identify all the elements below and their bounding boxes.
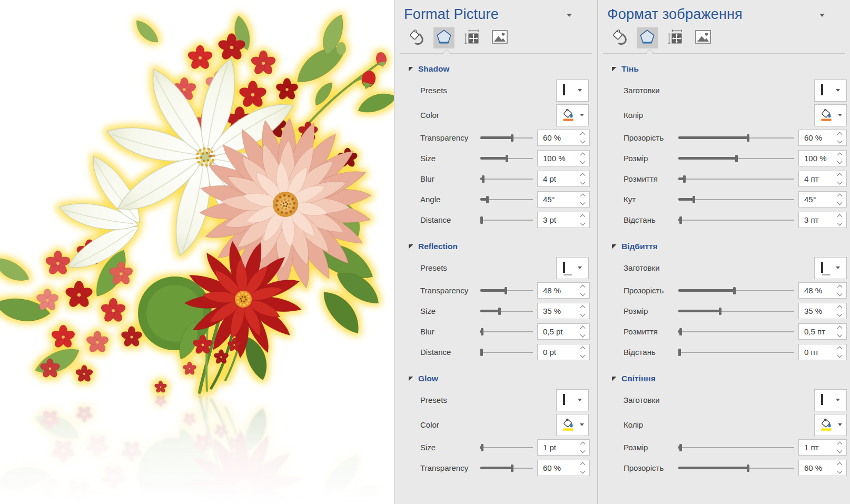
- spin-down-icon[interactable]: [580, 469, 586, 474]
- slider[interactable]: [480, 348, 533, 357]
- slider[interactable]: [678, 134, 794, 142]
- slider[interactable]: [480, 134, 533, 142]
- spin-down-icon[interactable]: [837, 469, 843, 474]
- spin-field[interactable]: 0 pt: [537, 344, 590, 360]
- slider[interactable]: [678, 216, 794, 224]
- spin-down-icon[interactable]: [837, 448, 843, 453]
- spin-up-icon[interactable]: [580, 442, 586, 447]
- slider-thumb[interactable]: [511, 134, 513, 142]
- presets-button[interactable]: [814, 80, 847, 102]
- tab-effects[interactable]: [433, 27, 454, 48]
- spin-up-icon[interactable]: [580, 326, 586, 331]
- presets-button[interactable]: [556, 389, 589, 411]
- spin-field[interactable]: 60 %: [798, 130, 847, 146]
- slider-thumb[interactable]: [481, 328, 483, 335]
- presets-button[interactable]: [814, 389, 847, 411]
- spin-up-icon[interactable]: [580, 285, 586, 290]
- slider[interactable]: [678, 443, 794, 452]
- slider[interactable]: [480, 154, 533, 163]
- slider[interactable]: [678, 328, 794, 336]
- spin-up-icon[interactable]: [580, 173, 586, 179]
- spin-up-icon[interactable]: [580, 347, 586, 352]
- spin-down-icon[interactable]: [837, 200, 843, 205]
- spin-down-icon[interactable]: [837, 139, 843, 144]
- spin-field[interactable]: 35 %: [537, 303, 590, 319]
- slider-thumb[interactable]: [506, 155, 508, 162]
- spin-up-icon[interactable]: [837, 153, 843, 158]
- tab-layout-properties[interactable]: [665, 27, 686, 48]
- tab-picture[interactable]: [489, 27, 510, 48]
- color-button[interactable]: [814, 104, 847, 126]
- slider[interactable]: [678, 464, 794, 472]
- slider-thumb[interactable]: [679, 216, 682, 224]
- spin-field[interactable]: 60 %: [537, 130, 590, 146]
- slider[interactable]: [480, 443, 533, 452]
- slider-thumb[interactable]: [481, 444, 483, 451]
- spin-up-icon[interactable]: [837, 305, 843, 311]
- spin-up-icon[interactable]: [837, 347, 843, 352]
- tab-fill-line[interactable]: [609, 27, 630, 48]
- slider-thumb[interactable]: [486, 196, 489, 203]
- slider[interactable]: [480, 175, 533, 183]
- section-header[interactable]: Shadow: [399, 61, 590, 78]
- spin-field[interactable]: 100 %: [798, 150, 847, 166]
- color-button[interactable]: [814, 414, 847, 436]
- slider[interactable]: [480, 286, 533, 295]
- slider[interactable]: [678, 286, 794, 295]
- spin-down-icon[interactable]: [580, 448, 586, 453]
- tab-layout-properties[interactable]: [461, 27, 482, 48]
- spin-down-icon[interactable]: [580, 180, 586, 185]
- spin-down-icon[interactable]: [837, 312, 843, 317]
- spin-down-icon[interactable]: [837, 291, 843, 297]
- presets-button[interactable]: [556, 257, 589, 279]
- slider-thumb[interactable]: [482, 175, 485, 183]
- spin-up-icon[interactable]: [580, 305, 586, 311]
- spin-field[interactable]: 35 %: [798, 303, 847, 319]
- spin-up-icon[interactable]: [837, 194, 843, 199]
- spin-up-icon[interactable]: [837, 132, 843, 137]
- slider-thumb[interactable]: [679, 444, 682, 451]
- slider-thumb[interactable]: [678, 349, 681, 356]
- spin-field[interactable]: 3 пт: [798, 212, 847, 228]
- spin-down-icon[interactable]: [580, 312, 586, 317]
- section-header[interactable]: Тінь: [602, 61, 847, 78]
- spin-down-icon[interactable]: [837, 353, 843, 358]
- slider-thumb[interactable]: [719, 308, 721, 315]
- spin-up-icon[interactable]: [837, 462, 843, 468]
- spin-field[interactable]: 60 %: [798, 460, 847, 476]
- spin-field[interactable]: 60 %: [537, 460, 590, 476]
- spin-down-icon[interactable]: [837, 159, 843, 164]
- spin-field[interactable]: 1 пт: [798, 439, 847, 456]
- spin-up-icon[interactable]: [837, 214, 843, 220]
- section-header[interactable]: Reflection: [399, 239, 590, 255]
- tab-effects[interactable]: [637, 27, 658, 48]
- spin-field[interactable]: 4 pt: [537, 171, 590, 187]
- slider-thumb[interactable]: [747, 134, 749, 142]
- color-button[interactable]: [556, 104, 589, 126]
- color-button[interactable]: [556, 414, 589, 436]
- spin-field[interactable]: 0 пт: [798, 344, 847, 360]
- spin-down-icon[interactable]: [580, 332, 586, 338]
- spin-down-icon[interactable]: [580, 200, 586, 205]
- spin-field[interactable]: 3 pt: [537, 212, 590, 228]
- slider[interactable]: [480, 464, 533, 472]
- slider-thumb[interactable]: [480, 349, 483, 356]
- slider[interactable]: [480, 307, 533, 315]
- spin-down-icon[interactable]: [837, 221, 843, 226]
- section-header[interactable]: Відбиття: [602, 239, 847, 255]
- spin-field[interactable]: 100 %: [537, 150, 590, 166]
- slider-thumb[interactable]: [679, 328, 682, 335]
- slider-thumb[interactable]: [683, 175, 686, 183]
- slider[interactable]: [678, 175, 794, 183]
- selected-picture-flowers[interactable]: [0, 0, 394, 504]
- slider[interactable]: [480, 328, 533, 336]
- chevron-down-icon[interactable]: [567, 14, 572, 17]
- chevron-down-icon[interactable]: [819, 14, 825, 17]
- spin-up-icon[interactable]: [580, 214, 586, 220]
- spin-field[interactable]: 48 %: [798, 282, 847, 299]
- slider-thumb[interactable]: [511, 465, 513, 472]
- spin-down-icon[interactable]: [580, 291, 586, 297]
- slider[interactable]: [678, 348, 794, 357]
- slider-thumb[interactable]: [735, 155, 738, 162]
- spin-field[interactable]: 0,5 пт: [798, 323, 847, 340]
